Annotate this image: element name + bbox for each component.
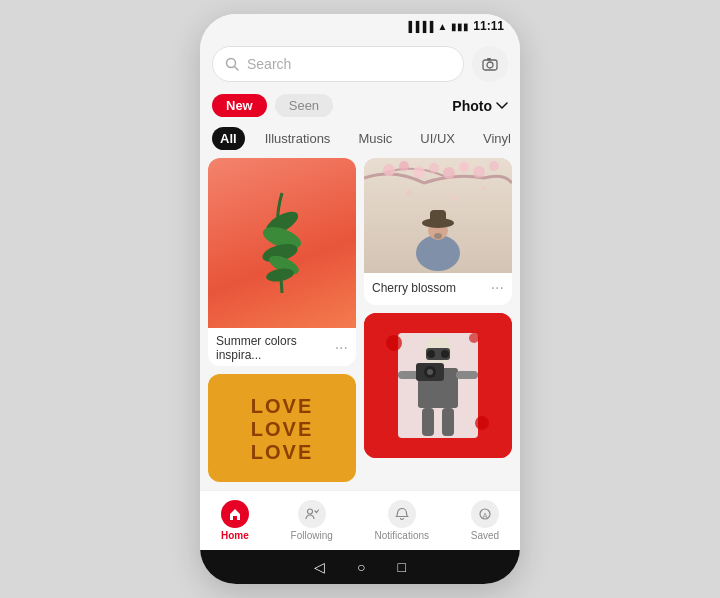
content-grid: Summer colors inspira... ··· LOVE LOVE L… [200,158,520,490]
svg-point-12 [399,161,409,171]
pin-card-graffiti[interactable] [364,313,512,458]
back-button[interactable]: ◁ [314,559,325,575]
love-line-1: LOVE [251,395,313,418]
plant-image [208,158,356,328]
notifications-icon [388,500,416,528]
saved-icon: A [471,500,499,528]
love-text: LOVE LOVE LOVE [251,395,313,464]
svg-point-20 [451,195,457,201]
cat-tab-music[interactable]: Music [350,127,400,150]
android-nav-bar: ◁ ○ □ [200,550,520,584]
cherry-pin-label-row: Cherry blossom ··· [364,273,512,305]
svg-point-13 [413,166,425,178]
svg-text:A: A [483,512,488,519]
nav-item-notifications[interactable]: Notifications [375,500,429,541]
summer-pin-more[interactable]: ··· [335,339,348,357]
svg-point-42 [475,416,489,430]
left-column: Summer colors inspira... ··· LOVE LOVE L… [208,158,356,482]
cat-tab-illustrations[interactable]: Illustrations [257,127,339,150]
svg-point-41 [386,335,402,351]
pin-card-cherry[interactable]: Cherry blossom ··· [364,158,512,305]
battery-icon: ▮▮▮ [451,21,469,32]
svg-rect-25 [430,210,446,224]
category-tabs: All Illustrations Music UI/UX Vinyl [200,123,520,158]
wifi-icon: ▲ [437,21,447,32]
search-bar[interactable]: Search [212,46,464,82]
svg-point-22 [416,235,460,271]
camera-button[interactable] [472,46,508,82]
svg-point-21 [482,186,486,190]
pin-card-summer[interactable]: Summer colors inspira... ··· [208,158,356,366]
love-line-2: LOVE [251,418,313,441]
svg-point-26 [434,233,442,239]
recents-button[interactable]: □ [398,559,406,575]
home-icon [221,500,249,528]
svg-point-38 [427,369,433,375]
nav-label-saved: Saved [471,530,499,541]
cherry-pin-more[interactable]: ··· [491,279,504,297]
search-placeholder-text: Search [247,56,451,72]
nav-label-notifications: Notifications [375,530,429,541]
bottom-nav: Home Following Notifications [200,490,520,550]
love-line-3: LOVE [251,441,313,464]
signal-icon: ▐▐▐▐ [405,21,433,32]
pin-card-love[interactable]: LOVE LOVE LOVE [208,374,356,482]
summer-pin-label: Summer colors inspira... [216,334,335,362]
search-icon [225,57,239,71]
right-column: Cherry blossom ··· [364,158,512,482]
cat-tab-vinyl[interactable]: Vinyl [475,127,519,150]
nav-item-following[interactable]: Following [291,500,333,541]
phone-frame: ▐▐▐▐ ▲ ▮▮▮ 11:11 Search N [200,14,520,584]
graffiti-image [364,313,512,458]
home-button[interactable]: ○ [357,559,365,575]
svg-point-15 [443,167,455,179]
svg-rect-35 [456,371,478,379]
cat-tab-all[interactable]: All [212,127,245,150]
svg-point-18 [489,161,499,171]
love-image: LOVE LOVE LOVE [208,374,356,482]
tab-new[interactable]: New [212,94,267,117]
svg-rect-4 [487,58,491,61]
new-seen-tabs: New Seen [212,94,333,117]
svg-point-19 [406,190,412,196]
chevron-down-icon [496,102,508,110]
cherry-pin-label: Cherry blossom [372,281,456,295]
svg-point-16 [459,162,469,172]
svg-rect-40 [442,408,454,436]
cherry-image [364,158,512,273]
svg-point-31 [427,350,435,358]
svg-point-44 [307,509,312,514]
photo-dropdown[interactable]: Photo [452,98,508,114]
following-icon [298,500,326,528]
nav-label-following: Following [291,530,333,541]
svg-point-43 [469,333,479,343]
status-bar: ▐▐▐▐ ▲ ▮▮▮ 11:11 [200,14,520,38]
filter-tabs-row1: New Seen Photo [200,90,520,123]
nav-label-home: Home [221,530,249,541]
cat-tab-uiux[interactable]: UI/UX [412,127,463,150]
status-icons: ▐▐▐▐ ▲ ▮▮▮ 11:11 [405,19,504,33]
nav-item-home[interactable]: Home [221,500,249,541]
svg-point-14 [429,163,439,173]
svg-point-3 [487,62,493,68]
status-time: 11:11 [473,19,504,33]
svg-rect-39 [422,408,434,436]
svg-point-17 [473,166,485,178]
svg-point-11 [383,164,395,176]
svg-point-32 [441,350,449,358]
photo-label: Photo [452,98,492,114]
nav-item-saved[interactable]: A Saved [471,500,499,541]
tab-seen[interactable]: Seen [275,94,333,117]
svg-line-1 [235,67,239,71]
search-bar-container: Search [200,38,520,90]
summer-pin-label-row: Summer colors inspira... ··· [208,328,356,366]
